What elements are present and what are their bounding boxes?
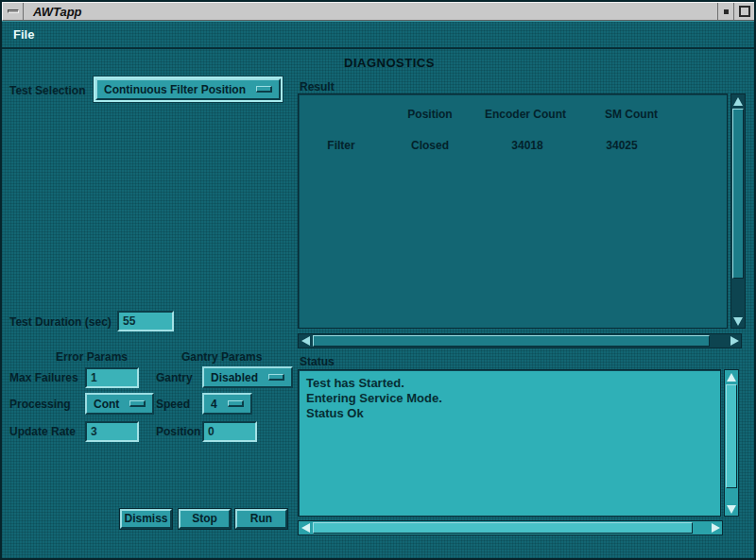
page-title: DIAGNOSTICS [285, 56, 493, 70]
dismiss-button[interactable]: Dismiss [120, 509, 172, 529]
result-row-position: Closed [411, 139, 449, 152]
status-hscroll-left-arrow[interactable] [299, 521, 312, 535]
gantry-params-header: Gantry Params [181, 350, 262, 364]
option-menu-dash-icon [268, 374, 284, 381]
status-vscrollbar[interactable] [724, 369, 739, 517]
processing-value: Cont [94, 398, 119, 411]
result-vscroll-down-arrow[interactable] [731, 314, 745, 328]
window-title: AWTapp [24, 3, 717, 20]
result-row-sm-count: 34025 [606, 139, 637, 152]
result-row-name: Filter [327, 139, 354, 152]
status-vscroll-thumb[interactable] [726, 384, 737, 488]
test-selection-dropdown[interactable]: Continuous Filter Position [95, 78, 281, 100]
gantry-value: Disabled [211, 371, 258, 384]
update-rate-label: Update Rate [9, 425, 76, 438]
test-duration-label: Test Duration (sec) [9, 315, 112, 329]
status-line: Test has Started. [306, 376, 442, 391]
minimize-icon [724, 9, 729, 14]
error-params-header: Error Params [56, 350, 128, 364]
result-hscroll-thumb[interactable] [313, 335, 710, 347]
menubar: File [2, 21, 754, 49]
processing-dropdown[interactable]: Cont [85, 393, 154, 415]
test-duration-input[interactable] [117, 311, 174, 331]
update-rate-input[interactable] [85, 421, 139, 442]
result-vscrollbar[interactable] [730, 93, 746, 329]
app-window: AWTapp File DIAGNOSTICS Test Selection C… [0, 0, 756, 560]
status-panel[interactable]: Test has Started. Entering Service Mode.… [298, 369, 721, 517]
processing-label: Processing [9, 398, 71, 411]
speed-label: Speed [156, 398, 190, 411]
result-hscroll-right-arrow[interactable] [728, 334, 741, 348]
status-hscroll-thumb[interactable] [313, 522, 693, 534]
maximize-button[interactable] [733, 3, 754, 20]
max-failures-input[interactable] [85, 367, 139, 388]
option-menu-dash-icon [256, 86, 272, 93]
option-menu-dash-icon [129, 400, 146, 407]
max-failures-label: Max Failures [9, 371, 78, 384]
menu-file[interactable]: File [2, 22, 40, 42]
result-col-sm-count: SM Count [605, 108, 658, 121]
result-panel: Position Encoder Count SM Count Filter C… [298, 93, 728, 329]
maximize-icon [739, 6, 750, 17]
status-hscroll-right-arrow[interactable] [709, 521, 722, 535]
gantry-label: Gantry [156, 371, 193, 384]
speed-value: 4 [211, 398, 217, 411]
result-vscroll-up-arrow[interactable] [731, 94, 745, 108]
status-line: Entering Service Mode. [306, 391, 442, 406]
result-hscroll-left-arrow[interactable] [299, 334, 312, 348]
stop-button[interactable]: Stop [179, 509, 231, 529]
result-row-encoder-count: 34018 [511, 139, 542, 152]
titlebar[interactable]: AWTapp [2, 2, 754, 21]
result-hscrollbar[interactable] [298, 333, 742, 348]
status-vscroll-down-arrow[interactable] [725, 502, 738, 516]
status-label: Status [300, 355, 335, 368]
status-line: Status Ok [306, 406, 442, 421]
minimize-button[interactable] [718, 3, 733, 20]
status-vscroll-up-arrow[interactable] [725, 370, 738, 383]
option-menu-dash-icon [228, 400, 244, 407]
result-col-position: Position [407, 108, 452, 121]
result-vscroll-thumb[interactable] [732, 109, 744, 279]
speed-dropdown[interactable]: 4 [202, 393, 252, 415]
position-label: Position [156, 425, 200, 438]
status-hscrollbar[interactable] [298, 520, 723, 535]
result-col-encoder-count: Encoder Count [485, 108, 566, 121]
status-text: Test has Started. Entering Service Mode.… [306, 376, 442, 421]
run-button[interactable]: Run [235, 509, 287, 529]
test-selection-value: Continuous Filter Position [104, 83, 246, 96]
gantry-dropdown[interactable]: Disabled [202, 366, 293, 388]
test-selection-label: Test Selection [9, 84, 85, 97]
window-menu-dash-icon [8, 9, 19, 13]
result-label: Result [300, 80, 335, 93]
window-menu-button[interactable] [3, 3, 24, 20]
position-input[interactable] [202, 421, 257, 442]
